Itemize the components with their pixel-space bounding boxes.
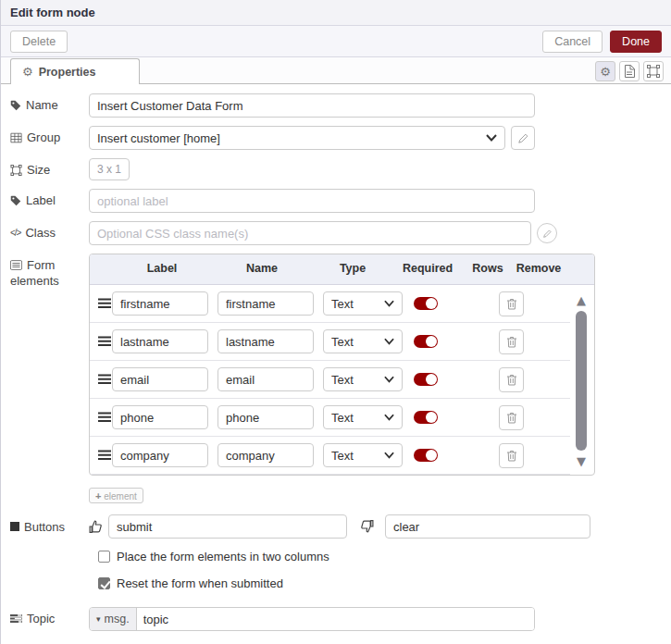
class-expand-button[interactable] (537, 223, 557, 243)
square-icon (10, 522, 19, 531)
drag-handle-icon[interactable] (98, 450, 111, 461)
gear-icon: ⚙ (22, 66, 33, 78)
required-toggle[interactable] (414, 297, 438, 310)
pencil-icon (518, 133, 528, 143)
appearance-icon-button[interactable] (643, 61, 664, 81)
done-button[interactable]: Done (610, 31, 662, 53)
drag-handle-icon[interactable] (98, 412, 111, 423)
required-toggle[interactable] (414, 411, 438, 424)
element-type-select[interactable]: Text (323, 405, 403, 429)
clear-button-input[interactable] (385, 514, 590, 539)
submit-button-input[interactable] (108, 514, 347, 539)
gear-icon: ⚙ (600, 66, 611, 78)
drag-handle-icon[interactable] (98, 374, 111, 385)
element-name-input[interactable] (217, 367, 314, 391)
delete-element-button[interactable] (499, 443, 524, 468)
thumbs-down-icon (360, 519, 374, 534)
size-row: Size 3 x 1 (10, 158, 662, 180)
two-columns-checkbox[interactable]: Place the form elements in two columns (98, 550, 662, 564)
chevron-down-icon (384, 300, 394, 307)
form-element-row: Text (90, 323, 570, 361)
name-row: Name (10, 93, 662, 118)
form-element-row: Text (90, 399, 570, 437)
scrollbar-thumb[interactable] (576, 311, 587, 451)
topic-row: Topic ▾ msg. (10, 607, 662, 631)
chevron-down-icon (384, 376, 394, 383)
element-label-input[interactable] (112, 291, 208, 316)
trash-icon (506, 450, 517, 462)
name-input[interactable] (89, 93, 535, 118)
buttons-row: Buttons (10, 514, 662, 539)
element-label-input[interactable] (112, 443, 208, 467)
edit-group-button[interactable] (511, 126, 535, 150)
delete-element-button[interactable] (499, 329, 524, 354)
topic-type-label: msg. (105, 613, 130, 625)
description-icon-button[interactable] (619, 61, 640, 81)
label-label: Label (10, 189, 89, 207)
column-header: Label (147, 262, 178, 275)
trash-icon (506, 412, 517, 424)
delete-element-button[interactable] (499, 367, 524, 392)
element-label-input[interactable] (112, 367, 208, 391)
element-name-input[interactable] (217, 443, 314, 467)
element-type-select[interactable]: Text (323, 291, 403, 316)
required-toggle[interactable] (414, 335, 438, 348)
checkbox-icon (98, 577, 110, 589)
element-name-input[interactable] (217, 329, 314, 353)
element-name-input[interactable] (217, 405, 314, 429)
delete-button[interactable]: Delete (10, 31, 68, 53)
add-element-button[interactable]: + element (89, 488, 143, 503)
trash-icon (506, 374, 517, 386)
form-element-row: Text (90, 285, 570, 323)
edit-expand-icon (543, 229, 552, 238)
chevron-down-icon (384, 338, 394, 345)
drag-handle-icon[interactable] (98, 336, 111, 347)
table-scrollbar[interactable]: ▲ ▼ (573, 294, 590, 467)
topic-typed-input: ▾ msg. (89, 607, 535, 631)
chevron-down-icon (486, 134, 497, 142)
scroll-down-icon[interactable]: ▼ (577, 455, 586, 467)
element-type-select[interactable]: Text (323, 443, 403, 467)
element-label-input[interactable] (112, 405, 208, 429)
topic-value-input[interactable] (137, 608, 534, 630)
class-label: </> Class (10, 221, 89, 240)
buttons-label: Buttons (10, 520, 89, 534)
table-icon (10, 132, 22, 143)
size-button[interactable]: 3 x 1 (89, 158, 130, 180)
properties-icon-button[interactable]: ⚙ (595, 61, 615, 81)
list-alt-icon (10, 260, 22, 270)
tag-icon (10, 100, 21, 111)
element-label-input[interactable] (112, 329, 208, 353)
reset-form-option: Reset the form when submitted (10, 576, 662, 590)
form-elements-label: Form elements (10, 254, 89, 288)
form-elements-table-header: Label Name Type Required Rows Remove (90, 254, 594, 285)
element-type-select[interactable]: Text (323, 367, 403, 391)
scroll-up-icon[interactable]: ▲ (577, 294, 586, 306)
group-row: Group Insert customer [home] (10, 126, 662, 150)
label-row: Label (10, 189, 662, 213)
required-toggle[interactable] (414, 373, 438, 386)
column-header: Remove (516, 262, 562, 275)
two-columns-option: Place the form elements in two columns (10, 550, 662, 564)
reset-form-checkbox[interactable]: Reset the form when submitted (98, 576, 662, 590)
topic-type-select[interactable]: ▾ msg. (90, 608, 137, 630)
document-icon (624, 65, 635, 78)
cancel-button[interactable]: Cancel (542, 31, 603, 53)
tasks-icon (10, 613, 22, 624)
class-row: </> Class (10, 221, 662, 245)
class-input[interactable] (89, 221, 531, 245)
dialog-title: Edit form node (10, 6, 95, 19)
element-name-input[interactable] (217, 291, 314, 316)
column-header: Rows (472, 262, 503, 275)
tag-icon (10, 195, 21, 206)
delete-element-button[interactable] (499, 405, 524, 430)
form-element-row: Text (90, 361, 570, 399)
delete-element-button[interactable] (499, 291, 524, 316)
required-toggle[interactable] (414, 449, 438, 462)
group-select[interactable]: Insert customer [home] (89, 126, 505, 150)
label-input[interactable] (89, 189, 535, 213)
element-type-select[interactable]: Text (323, 329, 403, 353)
tab-properties[interactable]: ⚙ Properties (10, 58, 140, 84)
trash-icon (506, 298, 517, 310)
drag-handle-icon[interactable] (98, 298, 111, 309)
